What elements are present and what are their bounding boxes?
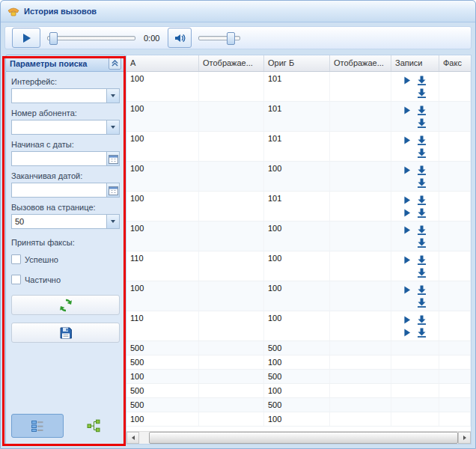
cell-records <box>391 398 439 412</box>
calls-per-page-combobox[interactable] <box>11 214 120 229</box>
horizontal-scrollbar[interactable] <box>126 431 471 444</box>
cell-display-a <box>199 192 264 221</box>
table-row[interactable]: 500100 <box>126 355 471 370</box>
play-recording-icon[interactable] <box>403 256 411 264</box>
playback-slider[interactable] <box>47 31 135 45</box>
cell-records <box>391 132 439 161</box>
list-view-button[interactable] <box>11 414 64 438</box>
cell-orig-b: 500 <box>264 370 330 383</box>
volume-slider-handle[interactable] <box>227 32 235 45</box>
collapse-panel-button[interactable] <box>109 57 121 70</box>
download-recording-icon[interactable] <box>417 208 427 218</box>
scrollbar-thumb[interactable] <box>149 432 458 444</box>
download-recording-icon[interactable] <box>417 148 427 158</box>
cell-fax <box>439 370 471 383</box>
play-recording-icon[interactable] <box>403 286 411 294</box>
interface-input[interactable] <box>11 88 106 103</box>
download-recording-icon[interactable] <box>417 298 427 308</box>
end-date-input[interactable] <box>11 183 106 198</box>
download-recording-icon[interactable] <box>417 285 427 295</box>
save-button[interactable] <box>11 323 120 343</box>
cell-orig-b: 100 <box>264 384 330 397</box>
play-recording-icon[interactable] <box>403 316 411 324</box>
calendar-icon[interactable] <box>106 151 120 166</box>
play-button[interactable] <box>12 28 40 48</box>
play-recording-icon[interactable] <box>403 106 411 114</box>
scroll-right-button[interactable] <box>458 432 471 444</box>
refresh-icon <box>58 298 73 313</box>
download-recording-icon[interactable] <box>417 255 427 265</box>
end-date-field[interactable] <box>11 183 120 198</box>
table-row[interactable]: 110100 <box>126 311 471 341</box>
cell-orig-b: 100 <box>264 281 330 311</box>
download-recording-icon[interactable] <box>417 225 427 235</box>
start-date-input[interactable] <box>11 151 106 166</box>
refresh-button[interactable] <box>11 295 120 315</box>
column-header-display-a[interactable]: Отображае... <box>199 55 264 71</box>
chevron-down-icon[interactable] <box>106 120 120 135</box>
playback-slider-track[interactable] <box>47 36 135 40</box>
column-header-orig-b[interactable]: Ориг Б <box>264 55 330 71</box>
table-row[interactable]: 100101 <box>126 132 471 162</box>
download-recording-icon[interactable] <box>417 268 427 278</box>
table-row[interactable]: 100101 <box>126 72 471 102</box>
table-row[interactable]: 100100 <box>126 281 471 311</box>
play-recording-icon[interactable] <box>403 329 411 337</box>
checkbox-box[interactable] <box>11 275 21 284</box>
column-header-display-b[interactable]: Отображае... <box>330 55 391 71</box>
table-row[interactable]: 100100 <box>126 222 471 251</box>
download-recording-icon[interactable] <box>417 76 427 85</box>
checkbox-box[interactable] <box>11 254 21 264</box>
table-row[interactable]: 500500 <box>126 398 471 412</box>
playback-slider-handle[interactable] <box>49 32 58 45</box>
column-header-a[interactable]: А <box>126 55 199 71</box>
download-recording-icon[interactable] <box>417 195 427 205</box>
table-row[interactable]: 100100 <box>126 412 471 427</box>
cell-display-a <box>199 102 264 131</box>
cell-records <box>391 192 439 221</box>
column-header-records[interactable]: Записи <box>391 55 439 71</box>
play-recording-icon[interactable] <box>403 76 411 85</box>
chevron-down-icon[interactable] <box>106 88 120 103</box>
cell-a: 500 <box>126 355 199 369</box>
table-row[interactable]: 500500 <box>126 341 471 355</box>
column-header-fax[interactable]: Факс <box>439 55 471 71</box>
scroll-left-button[interactable] <box>126 432 139 444</box>
start-date-field[interactable] <box>11 151 120 166</box>
chevron-down-icon[interactable] <box>106 214 120 229</box>
calendar-icon[interactable] <box>106 183 120 198</box>
table-row[interactable]: 100101 <box>126 192 471 222</box>
interface-combobox[interactable] <box>11 88 120 103</box>
download-recording-icon[interactable] <box>417 238 427 248</box>
volume-slider[interactable] <box>198 31 240 45</box>
tree-view-button[interactable] <box>67 414 120 438</box>
subscriber-number-input[interactable] <box>11 120 106 135</box>
checkbox-partial[interactable]: Частично <box>11 275 120 284</box>
play-recording-icon[interactable] <box>403 136 411 144</box>
table-row[interactable]: 100101 <box>126 102 471 132</box>
download-recording-icon[interactable] <box>417 315 427 325</box>
arrow-left-icon <box>132 436 135 440</box>
play-recording-icon[interactable] <box>403 196 411 204</box>
phone-icon <box>7 6 19 16</box>
table-row[interactable]: 110100 <box>126 251 471 281</box>
volume-button[interactable] <box>168 28 192 48</box>
download-recording-icon[interactable] <box>417 135 427 145</box>
play-recording-icon[interactable] <box>403 209 411 217</box>
download-recording-icon[interactable] <box>417 165 427 175</box>
download-recording-icon[interactable] <box>417 88 427 98</box>
download-recording-icon[interactable] <box>417 178 427 188</box>
play-recording-icon[interactable] <box>403 166 411 174</box>
download-recording-icon[interactable] <box>417 328 427 337</box>
play-recording-icon[interactable] <box>403 226 411 234</box>
download-recording-icon[interactable] <box>417 118 427 128</box>
subscriber-number-combobox[interactable] <box>11 120 120 135</box>
table-row[interactable]: 100500 <box>126 370 471 384</box>
search-panel-title: Параметры поиска <box>10 59 87 68</box>
table-row[interactable]: 100100 <box>126 162 471 192</box>
table-row[interactable]: 500100 <box>126 384 471 398</box>
cell-a: 500 <box>126 341 199 355</box>
checkbox-success[interactable]: Успешно <box>11 254 120 264</box>
download-recording-icon[interactable] <box>417 106 427 115</box>
calls-per-page-input[interactable] <box>11 214 106 229</box>
